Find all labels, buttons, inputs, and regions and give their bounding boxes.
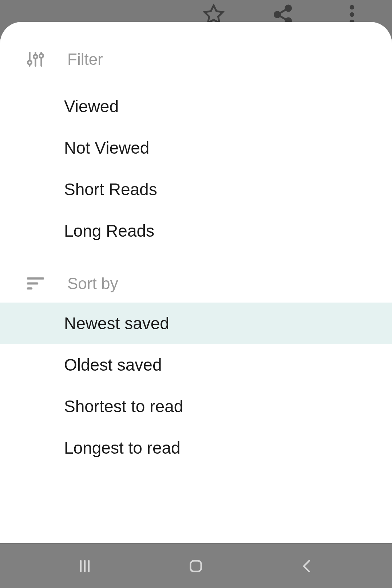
filter-option-label: Long Reads (64, 221, 154, 240)
sort-option-label: Oldest saved (64, 355, 162, 374)
filter-sort-sheet: Filter Viewed Not Viewed Short Reads Lon… (0, 22, 392, 588)
filter-option-label: Not Viewed (64, 138, 149, 157)
filter-option-long-reads[interactable]: Long Reads (0, 210, 392, 252)
sort-options-list: Newest saved Oldest saved Shortest to re… (0, 303, 392, 469)
sort-header-label: Sort by (67, 275, 118, 293)
sort-option-newest-saved[interactable]: Newest saved (0, 303, 392, 344)
sort-option-oldest-saved[interactable]: Oldest saved (0, 344, 392, 386)
svg-line-5 (280, 9, 286, 13)
filter-header-label: Filter (67, 50, 103, 68)
sort-option-label: Longest to read (64, 438, 181, 457)
sort-option-label: Newest saved (64, 314, 169, 333)
svg-point-2 (275, 12, 280, 17)
back-button[interactable] (289, 555, 325, 577)
svg-point-7 (350, 12, 355, 17)
svg-point-1 (286, 5, 291, 11)
svg-point-6 (350, 5, 355, 10)
system-nav-bar (0, 543, 392, 588)
svg-point-10 (28, 60, 32, 64)
svg-rect-21 (191, 561, 201, 571)
sort-icon (25, 273, 45, 293)
filter-icon (25, 49, 45, 69)
filter-section-header: Filter (0, 44, 392, 75)
home-button[interactable] (178, 555, 214, 577)
svg-marker-0 (205, 5, 223, 23)
filter-option-not-viewed[interactable]: Not Viewed (0, 127, 392, 169)
sort-option-longest-to-read[interactable]: Longest to read (0, 427, 392, 469)
recents-button[interactable] (67, 555, 103, 577)
filter-option-label: Short Reads (64, 180, 157, 199)
filter-options-list: Viewed Not Viewed Short Reads Long Reads (0, 75, 392, 264)
filter-option-short-reads[interactable]: Short Reads (0, 169, 392, 210)
svg-point-14 (39, 54, 43, 58)
sort-option-label: Shortest to read (64, 397, 183, 416)
sort-option-shortest-to-read[interactable]: Shortest to read (0, 386, 392, 427)
svg-point-12 (33, 55, 37, 59)
filter-option-viewed[interactable]: Viewed (0, 86, 392, 127)
svg-line-4 (280, 16, 286, 20)
sort-section-header: Sort by (0, 264, 392, 303)
filter-option-label: Viewed (64, 97, 119, 116)
